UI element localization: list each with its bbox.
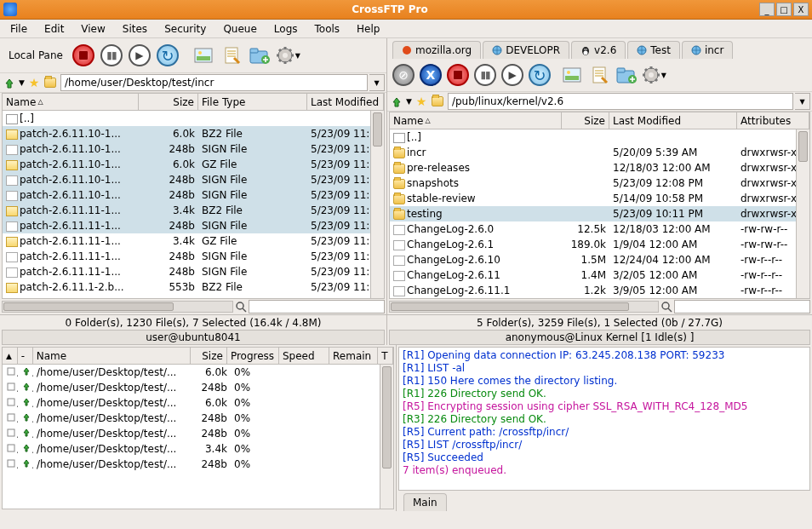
col-type[interactable]: File Type [198,94,307,110]
queue-col-remain[interactable]: Remain [329,348,378,364]
log-output[interactable]: [R1] Opening data connection IP: 63.245.… [398,347,810,491]
image-tool-icon[interactable] [191,43,216,68]
up-dir-button[interactable] [2,75,17,90]
remote-image-tool-icon[interactable] [559,62,585,88]
remote-new-folder-button[interactable] [614,62,639,88]
remote-play-button[interactable]: ▶ [500,62,525,88]
refresh-button[interactable]: ↻ [155,43,180,68]
queue-col-dir[interactable]: ▲ [3,348,18,364]
window-close-button[interactable]: X [793,3,809,16]
remote-tab-1[interactable]: DEVELOPR [483,41,569,59]
queue-col-t[interactable]: T [378,348,393,364]
remote-col-attributes[interactable]: Attributes [737,112,809,129]
local-row[interactable]: patch-2.6.11.10-1...248bSIGN File5/23/09… [3,172,384,187]
remote-row[interactable]: ChangeLog-2.6.101.5M12/24/04 12:00 AM-rw… [390,252,809,267]
play-button[interactable]: ▶ [127,43,152,68]
remote-tab-0[interactable]: mozilla.org [392,41,481,59]
remote-row[interactable]: ChangeLog-2.6.111.4M3/2/05 12:00 AM-rw-r… [390,267,809,283]
settings-gear-icon[interactable]: ▼ [275,43,300,68]
find-icon[interactable] [233,299,249,314]
remote-find-icon[interactable] [659,299,674,314]
remote-vscrollbar[interactable] [796,129,809,298]
remote-tab-3[interactable]: Test [627,41,680,59]
menu-logs[interactable]: Logs [266,21,306,37]
queue-vscrollbar[interactable] [380,365,393,509]
menu-sites[interactable]: Sites [114,21,156,37]
parent-dir-row[interactable]: [..] [3,111,384,126]
queue-col-name[interactable]: Name [33,348,191,364]
remote-pause-button[interactable]: ▮▮ [472,62,498,88]
queue-row[interactable]: /home/user/Desktop/test/...248b0% [3,380,393,395]
local-row[interactable]: patch-2.6.11.10-1...248bSIGN File5/23/09… [3,141,384,157]
local-path-field[interactable]: /home/user/Desktop/test/incr [60,74,368,91]
pause-button[interactable]: ▮▮ [99,43,124,68]
queue-row[interactable]: /home/user/Desktop/test/...248b0% [3,411,393,426]
col-modified[interactable]: Last Modified [307,94,384,110]
local-row[interactable]: patch-2.6.11.10-1...6.0kBZ2 File5/23/09 … [3,126,384,141]
local-file-table[interactable]: Name△ Size File Type Last Modified [..] … [2,93,385,299]
bookmark-icon[interactable]: ★ [26,75,42,90]
remote-file-table[interactable]: Name△ Size Last Modified Attributes [..]… [389,112,810,299]
remote-row[interactable]: stable-review5/14/09 10:58 PMdrwxrwsr-x [390,191,809,206]
connect-button[interactable]: X [418,62,443,88]
remote-tab-4[interactable]: incr [682,41,733,59]
local-path-dropdown[interactable]: ▼ [369,74,385,91]
col-name[interactable]: Name△ [3,94,139,110]
local-row[interactable]: patch-2.6.11.11-1...3.4kBZ2 File5/23/09 … [3,203,384,218]
remote-col-modified[interactable]: Last Modified [609,112,737,129]
remote-find-input[interactable] [674,300,810,313]
remote-path-field[interactable]: /pub/linux/kernel/v2.6 [448,93,793,110]
local-row[interactable]: patch-2.6.11.10-1...248bSIGN File5/23/09… [3,187,384,203]
remote-row[interactable]: ChangeLog-2.6.11.11.2k3/9/05 12:00 AM-rw… [390,283,809,298]
queue-row[interactable]: /home/user/Desktop/test/...248b0% [3,457,393,472]
remote-edit-tool-icon[interactable] [586,62,612,88]
queue-row[interactable]: /home/user/Desktop/test/...6.0k0% [3,365,393,380]
queue-col-st[interactable]: - [18,348,33,364]
menu-help[interactable]: Help [348,21,388,37]
menu-edit[interactable]: Edit [36,21,72,37]
remote-row[interactable]: ChangeLog-2.6.1189.0k1/9/04 12:00 AM-rw-… [390,237,809,252]
local-find-input[interactable] [249,300,385,313]
local-hscrollbar[interactable] [2,301,233,313]
remote-row[interactable]: snapshots5/23/09 12:08 PMdrwxrwsr-x [390,175,809,191]
local-row[interactable]: patch-2.6.11.11-1...248bSIGN File5/23/09… [3,249,384,264]
local-row[interactable]: patch-2.6.11.11-1...248bSIGN File5/23/09… [3,218,384,233]
col-size[interactable]: Size [139,94,198,110]
remote-up-dir-button[interactable] [389,94,404,109]
queue-col-speed[interactable]: Speed [279,348,329,364]
local-row[interactable]: patch-2.6.11.11-1...3.4kGZ File5/23/09 1… [3,233,384,249]
window-minimize-button[interactable]: _ [759,3,775,16]
remote-row[interactable]: incr5/20/09 5:39 AMdrwxrwsr-x [390,145,809,160]
window-maximize-button[interactable]: □ [776,3,792,16]
remote-col-name[interactable]: Name△ [390,112,562,129]
menu-file[interactable]: File [2,21,36,37]
remote-row[interactable]: testing5/23/09 10:11 PMdrwxrwsr-x [390,206,809,221]
queue-row[interactable]: /home/user/Desktop/test/...6.0k0% [3,395,393,411]
menu-view[interactable]: View [72,21,113,37]
queue-row[interactable]: /home/user/Desktop/test/...3.4k0% [3,441,393,457]
remote-hscrollbar[interactable] [389,301,659,313]
queue-col-size[interactable]: Size [191,348,227,364]
menu-security[interactable]: Security [156,21,214,37]
menu-tools[interactable]: Tools [306,21,349,37]
local-row[interactable]: patch-2.6.11.10-1...6.0kGZ File5/23/09 1… [3,157,384,172]
remote-col-size[interactable]: Size [562,112,609,129]
remote-refresh-button[interactable]: ↻ [527,62,552,88]
remote-settings-gear-icon[interactable]: ▼ [641,62,666,88]
remote-path-dropdown[interactable]: ▼ [795,93,810,110]
remote-row[interactable]: pre-releases12/18/03 12:00 AMdrwxrwsr-x [390,160,809,175]
new-folder-button[interactable] [247,43,272,68]
local-row[interactable]: patch-2.6.11.1-2.b...553bBZ2 File5/23/09… [3,279,384,295]
tab-main[interactable]: Main [403,493,447,511]
local-vscrollbar[interactable] [370,111,384,298]
remote-row[interactable]: ChangeLog-2.6.012.5k12/18/03 12:00 AM-rw… [390,221,809,237]
parent-dir-row[interactable]: [..] [390,129,809,145]
stop-button[interactable] [71,43,96,68]
queue-col-progress[interactable]: Progress [227,348,279,364]
remote-stop-button[interactable] [445,62,471,88]
menu-queue[interactable]: Queue [214,21,265,37]
edit-tool-icon[interactable] [219,43,244,68]
disconnect-button[interactable]: ⊘ [391,62,416,88]
queue-row[interactable]: /home/user/Desktop/test/...248b0% [3,426,393,441]
remote-bookmark-icon[interactable]: ★ [414,94,429,109]
